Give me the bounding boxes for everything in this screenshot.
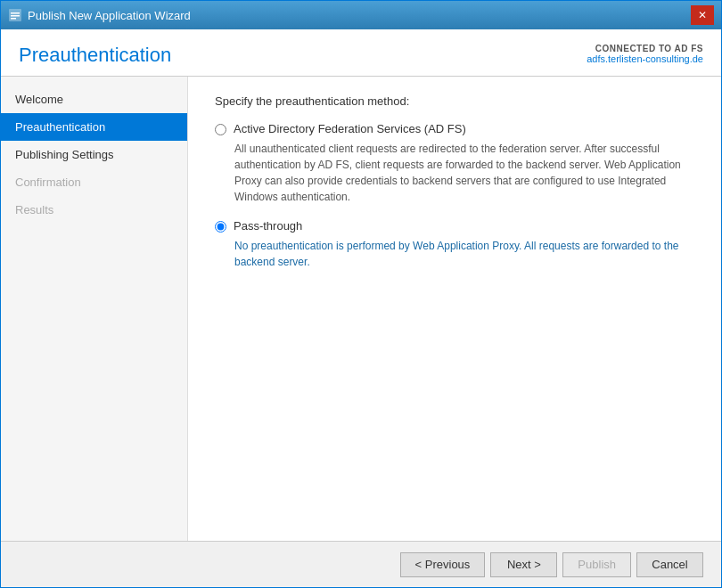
page-title: Preauthentication <box>19 44 171 67</box>
passthrough-label[interactable]: Pass-through <box>234 219 302 233</box>
main-content: Specify the preauthentication method: Ac… <box>188 77 721 541</box>
next-button[interactable]: Next > <box>490 552 557 577</box>
connected-info: CONNECTED TO AD FS adfs.terlisten-consul… <box>587 44 703 64</box>
app-icon <box>8 8 22 22</box>
option-passthrough-row: Pass-through <box>215 219 694 233</box>
adfs-description: All unauthenticated client requests are … <box>234 141 694 205</box>
footer: < Previous Next > Publish Cancel <box>1 541 721 587</box>
previous-button[interactable]: < Previous <box>400 552 486 577</box>
passthrough-description: No preauthentication is performed by Web… <box>234 238 694 270</box>
svg-rect-3 <box>11 18 16 20</box>
adfs-radio[interactable] <box>215 124 226 135</box>
sidebar-item-welcome[interactable]: Welcome <box>1 86 187 113</box>
svg-rect-1 <box>11 12 20 14</box>
window-title: Publish New Application Wizard <box>28 9 191 22</box>
adfs-label[interactable]: Active Directory Federation Services (AD… <box>234 122 466 135</box>
close-button[interactable]: ✕ <box>691 5 714 25</box>
sidebar: Welcome Preauthentication Publishing Set… <box>1 77 188 541</box>
connected-label: CONNECTED TO AD FS <box>587 44 703 53</box>
option-adfs-row: Active Directory Federation Services (AD… <box>215 122 694 135</box>
sidebar-item-confirmation: Confirmation <box>1 168 187 196</box>
title-bar-left: Publish New Application Wizard <box>8 8 191 22</box>
sidebar-item-results: Results <box>1 196 187 224</box>
passthrough-radio[interactable] <box>215 221 226 233</box>
content-area: Preauthentication CONNECTED TO AD FS adf… <box>1 29 721 587</box>
sidebar-item-preauthentication[interactable]: Preauthentication <box>1 113 187 141</box>
instruction-text: Specify the preauthentication method: <box>215 94 694 108</box>
sidebar-item-publishing-settings[interactable]: Publishing Settings <box>1 141 187 168</box>
header-section: Preauthentication CONNECTED TO AD FS adf… <box>1 29 721 77</box>
main-body: Welcome Preauthentication Publishing Set… <box>1 77 721 541</box>
title-bar: Publish New Application Wizard ✕ <box>1 1 721 29</box>
main-window: Publish New Application Wizard ✕ Preauth… <box>0 0 722 588</box>
cancel-button[interactable]: Cancel <box>636 552 703 577</box>
connected-server: adfs.terlisten-consulting.de <box>587 53 703 64</box>
publish-button: Publish <box>562 552 631 577</box>
svg-rect-2 <box>11 15 20 17</box>
